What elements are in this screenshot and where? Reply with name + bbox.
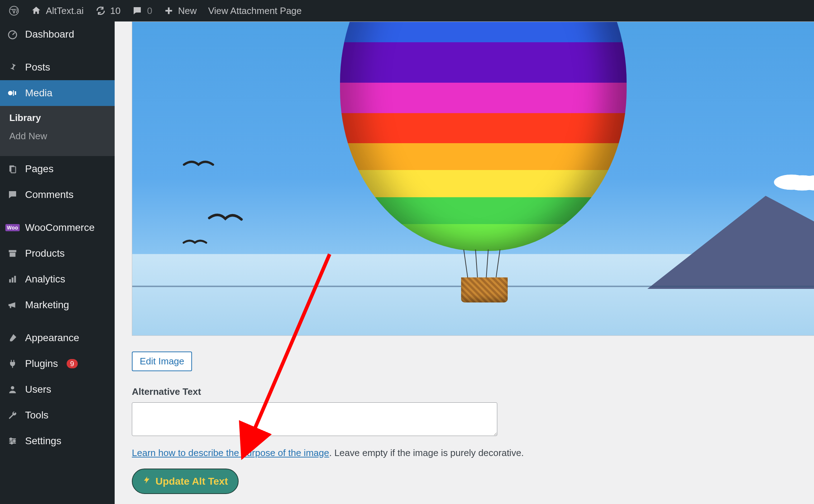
brush-icon bbox=[6, 333, 19, 343]
plugin-icon bbox=[6, 359, 19, 369]
sidebar-item-woocommerce[interactable]: Woo WooCommerce bbox=[0, 215, 115, 241]
plugins-update-badge: 9 bbox=[67, 359, 78, 368]
view-attachment-link[interactable]: View Attachment Page bbox=[203, 0, 307, 21]
updates-link[interactable]: 10 bbox=[90, 0, 126, 21]
sidebar-item-appearance[interactable]: Appearance bbox=[0, 325, 115, 351]
svg-point-17 bbox=[11, 442, 13, 444]
sidebar-label: Settings bbox=[25, 435, 61, 447]
submenu-item-add-new[interactable]: Add New bbox=[0, 127, 115, 145]
svg-point-16 bbox=[13, 440, 15, 442]
admin-sidebar: Dashboard Posts Media Library Add New Pa… bbox=[0, 21, 115, 504]
view-attachment-label: View Attachment Page bbox=[208, 5, 302, 16]
edit-image-button[interactable]: Edit Image bbox=[132, 352, 192, 371]
sidebar-item-posts[interactable]: Posts bbox=[0, 54, 115, 80]
sidebar-item-analytics[interactable]: Analytics bbox=[0, 266, 115, 292]
site-name-label: AltText.ai bbox=[46, 5, 84, 16]
comment-icon bbox=[132, 5, 143, 16]
attachment-editor: Edit Image Alternative Text Learn how to… bbox=[115, 21, 814, 504]
sidebar-label: Tools bbox=[25, 410, 48, 421]
attachment-image-preview bbox=[132, 21, 814, 336]
wrench-icon bbox=[6, 410, 19, 420]
svg-point-11 bbox=[11, 386, 14, 389]
dashboard-icon bbox=[6, 29, 19, 40]
sidebar-item-media[interactable]: Media bbox=[0, 80, 115, 106]
sidebar-item-plugins[interactable]: Plugins 9 bbox=[0, 351, 115, 377]
sidebar-item-comments[interactable]: Comments bbox=[0, 182, 115, 208]
bird-icon bbox=[207, 212, 243, 226]
sidebar-label: Products bbox=[25, 248, 65, 259]
describe-image-tail: . Leave empty if the image is purely dec… bbox=[329, 447, 524, 458]
sidebar-label: Dashboard bbox=[25, 29, 74, 40]
sidebar-label: Posts bbox=[25, 62, 50, 73]
svg-point-2 bbox=[8, 91, 13, 96]
plus-icon bbox=[164, 6, 174, 16]
megaphone-icon bbox=[6, 300, 19, 310]
admin-bar: AltText.ai 10 0 New View Attachment Page bbox=[0, 0, 814, 21]
sidebar-label: Plugins bbox=[25, 358, 58, 369]
comments-icon bbox=[6, 189, 19, 200]
sidebar-item-pages[interactable]: Pages bbox=[0, 156, 115, 182]
archive-icon bbox=[6, 248, 19, 258]
sidebar-label: Media bbox=[25, 87, 52, 99]
media-submenu: Library Add New bbox=[0, 106, 115, 156]
media-icon bbox=[6, 88, 19, 98]
woocommerce-icon: Woo bbox=[6, 224, 19, 231]
sidebar-item-settings[interactable]: Settings bbox=[0, 428, 115, 454]
balloon-basket bbox=[461, 277, 508, 302]
updates-count: 10 bbox=[110, 5, 121, 16]
settings-icon bbox=[6, 436, 19, 446]
svg-rect-8 bbox=[9, 279, 11, 282]
alt-text-label: Alternative Text bbox=[132, 386, 814, 397]
alt-text-input[interactable] bbox=[132, 402, 497, 436]
bolt-icon bbox=[143, 475, 151, 488]
sidebar-label: Pages bbox=[25, 163, 53, 175]
alt-text-description: Learn how to describe the purpose of the… bbox=[132, 447, 814, 459]
update-alt-text-label: Update Alt Text bbox=[155, 476, 228, 487]
pages-icon bbox=[6, 164, 19, 174]
sidebar-label: WooCommerce bbox=[25, 222, 95, 233]
sidebar-label: Appearance bbox=[25, 332, 79, 344]
svg-rect-6 bbox=[9, 250, 16, 252]
describe-image-link[interactable]: Learn how to describe the purpose of the… bbox=[132, 447, 329, 458]
update-icon bbox=[95, 5, 106, 16]
bird-icon bbox=[182, 237, 207, 248]
comments-count: 0 bbox=[147, 5, 152, 16]
svg-rect-7 bbox=[10, 253, 15, 257]
svg-rect-4 bbox=[11, 167, 16, 173]
update-alt-text-button[interactable]: Update Alt Text bbox=[132, 469, 239, 494]
site-name-link[interactable]: AltText.ai bbox=[26, 0, 89, 21]
pin-icon bbox=[6, 62, 19, 72]
comments-link[interactable]: 0 bbox=[127, 0, 157, 21]
wp-logo[interactable] bbox=[4, 0, 24, 21]
sidebar-label: Marketing bbox=[25, 299, 69, 311]
submenu-item-library[interactable]: Library bbox=[0, 109, 115, 127]
new-content-link[interactable]: New bbox=[159, 0, 202, 21]
sidebar-item-tools[interactable]: Tools bbox=[0, 402, 115, 428]
analytics-icon bbox=[6, 274, 19, 284]
sidebar-separator bbox=[0, 208, 115, 215]
svg-rect-9 bbox=[12, 277, 14, 282]
sidebar-separator bbox=[0, 47, 115, 54]
sidebar-label: Analytics bbox=[25, 273, 65, 285]
new-label: New bbox=[178, 5, 197, 16]
sidebar-item-dashboard[interactable]: Dashboard bbox=[0, 21, 115, 47]
sidebar-label: Comments bbox=[25, 189, 73, 200]
sidebar-item-marketing[interactable]: Marketing bbox=[0, 292, 115, 318]
balloon-ropes bbox=[462, 249, 505, 278]
home-icon bbox=[31, 5, 42, 16]
svg-rect-10 bbox=[14, 276, 16, 283]
sidebar-separator bbox=[0, 318, 115, 325]
user-icon bbox=[6, 384, 19, 394]
bird-icon bbox=[182, 158, 215, 171]
svg-point-15 bbox=[10, 438, 12, 440]
wordpress-icon bbox=[9, 5, 19, 16]
sidebar-label: Users bbox=[25, 384, 51, 395]
sidebar-item-products[interactable]: Products bbox=[0, 241, 115, 266]
sidebar-item-users[interactable]: Users bbox=[0, 377, 115, 402]
